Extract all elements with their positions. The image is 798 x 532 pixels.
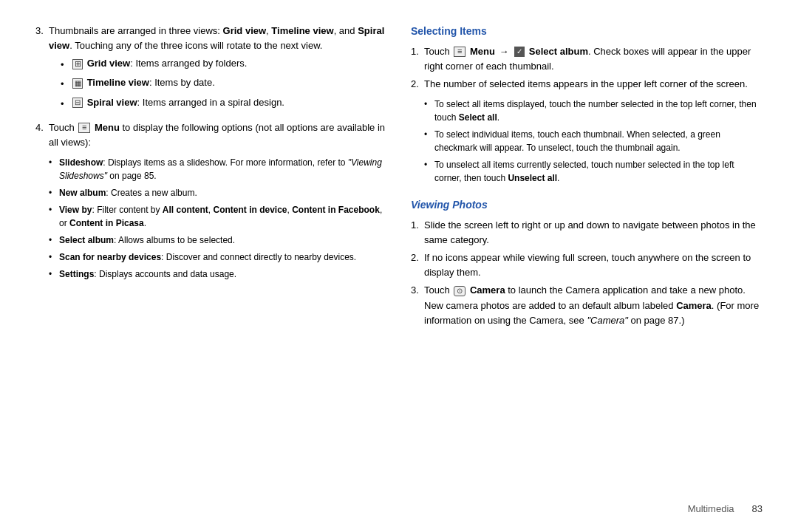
viewing-photos-section: Viewing Photos 1. Slide the screen left … — [411, 197, 763, 328]
grid-view-item: • Grid view: Items arranged by folders. — [61, 56, 387, 72]
spiral-view-item: • Spiral view: Items arranged in a spira… — [61, 95, 387, 112]
spiral-icon — [72, 98, 83, 108]
item-3-content: Thumbnails are arranged in three views: … — [49, 24, 387, 115]
sub-bullet-dot: • — [424, 98, 430, 111]
select-album-text: Select album: Allows albums to be select… — [59, 233, 235, 247]
view-by-label: View by — [59, 205, 92, 215]
select-all-text: To select all items displayed, touch the… — [434, 98, 763, 124]
selecting-items-title: Selecting Items — [411, 24, 763, 40]
sub-bullet-dot: • — [49, 186, 55, 200]
bullet-dot: • — [61, 97, 66, 112]
new-album-item: • New album: Creates a new album. — [49, 186, 387, 200]
grid-view-label: Grid view — [87, 58, 131, 69]
scan-devices-item: • Scan for nearby devices: Discover and … — [49, 250, 387, 264]
select-all-label: Select all — [459, 112, 497, 123]
selecting-items-section: Selecting Items 1. Touch Menu → Select a… — [411, 24, 763, 188]
viewing-item-1-content: Slide the screen left to right or up and… — [424, 218, 763, 248]
content-area: 3. Thumbnails are arranged in three view… — [35, 24, 763, 494]
sub-bullet-dot: • — [49, 267, 55, 281]
selecting-item-2-content: The number of selected items appears in … — [424, 77, 763, 188]
slideshow-link: "Viewing Slideshows" — [59, 157, 382, 181]
select-album-label: Select album — [59, 235, 114, 245]
sub-bullet-dot: • — [424, 158, 430, 171]
timeline-icon — [72, 78, 83, 89]
viewing-item-3-number: 3. — [411, 283, 421, 327]
spiral-view-text: Spiral view: Items arranged in a spiral … — [71, 95, 284, 110]
settings-item: • Settings: Displays accounts and data u… — [49, 267, 387, 281]
select-album-item: • Select album: Allows albums to be sele… — [49, 233, 387, 247]
timeline-view-label: Timeline view — [87, 77, 149, 88]
viewing-photos-title: Viewing Photos — [411, 197, 763, 214]
new-album-label: New album — [59, 188, 106, 198]
view-type-list: • Grid view: Items arranged by folders. … — [61, 56, 387, 111]
sub-bullet-dot: • — [49, 233, 55, 247]
viewing-item-3: 3. Touch Camera to launch the Camera app… — [411, 283, 763, 327]
content-in-device-label: Content in device — [214, 205, 287, 215]
bullet-dot: • — [61, 58, 66, 72]
footer-page-number: 83 — [752, 503, 763, 514]
settings-label: Settings — [59, 269, 94, 279]
camera-icon — [454, 286, 466, 296]
menu-icon — [78, 123, 90, 133]
selecting-item-1-number: 1. — [411, 44, 421, 74]
timeline-view-item: • Timeline view: Items by date. — [61, 75, 387, 92]
sub-bullet-dot: • — [424, 128, 430, 141]
check-icon — [514, 47, 525, 57]
select-individual-text: To select individual items, touch each t… — [434, 128, 763, 154]
selecting-item-1-content: Touch Menu → Select album. Check boxes w… — [424, 44, 763, 74]
camera-album-label: Camera — [676, 300, 712, 311]
spiral-view-label: Spiral view — [87, 97, 137, 108]
footer: Multimedia 83 — [35, 494, 763, 514]
scan-devices-label: Scan for nearby devices — [59, 252, 161, 262]
item-3: 3. Thumbnails are arranged in three view… — [35, 24, 387, 115]
grid-icon — [72, 59, 83, 69]
selecting-item-2-number: 2. — [411, 77, 421, 188]
select-album-label-right: Select album — [529, 46, 588, 57]
view-by-item: • View by: Filter content by All content… — [49, 203, 387, 230]
menu-icon-right — [454, 47, 466, 57]
viewing-item-3-content: Touch Camera to launch the Camera applic… — [424, 283, 763, 327]
slideshow-label: Slideshow — [59, 157, 103, 168]
all-content-label: All content — [163, 205, 208, 215]
new-album-text: New album: Creates a new album. — [59, 186, 197, 200]
menu-label: Menu — [95, 122, 120, 133]
select-all-item: • To select all items displayed, touch t… — [424, 98, 763, 124]
footer-section: Multimedia — [688, 503, 734, 514]
selecting-item-1: 1. Touch Menu → Select album. Check boxe… — [411, 44, 763, 74]
unselect-all-label: Unselect all — [508, 173, 557, 183]
item-3-number: 3. — [35, 24, 46, 115]
unselect-all-text: To unselect all items currently selected… — [434, 158, 763, 185]
camera-label: Camera — [470, 284, 505, 296]
settings-text: Settings: Displays accounts and data usa… — [59, 267, 236, 281]
sub-bullet-dot: • — [49, 250, 55, 264]
slideshow-item: • Slideshow: Displays items as a slidesh… — [49, 156, 387, 183]
left-column: 3. Thumbnails are arranged in three view… — [35, 24, 387, 494]
selecting-item-2: 2. The number of selected items appears … — [411, 77, 763, 188]
right-column: Selecting Items 1. Touch Menu → Select a… — [411, 24, 763, 494]
grid-view-text: Grid view: Items arranged by folders. — [71, 56, 247, 71]
bullet-dot: • — [61, 77, 66, 92]
scan-devices-text: Scan for nearby devices: Discover and co… — [59, 250, 356, 264]
menu-label-right: Menu — [470, 46, 495, 57]
arrow-icon: → — [499, 46, 509, 57]
grid-view-bold: Grid view — [223, 25, 267, 36]
viewing-item-1-number: 1. — [411, 218, 421, 248]
select-individual-item: • To select individual items, touch each… — [424, 128, 763, 154]
viewing-item-2-content: If no icons appear while viewing full sc… — [424, 250, 763, 280]
camera-link: "Camera" — [587, 315, 627, 326]
viewing-item-2: 2. If no icons appear while viewing full… — [411, 250, 763, 280]
slideshow-text: Slideshow: Displays items as a slideshow… — [59, 156, 387, 183]
unselect-all-item: • To unselect all items currently select… — [424, 158, 763, 185]
selecting-sub-list: • To select all items displayed, touch t… — [424, 98, 763, 185]
viewing-item-1: 1. Slide the screen left to right or up … — [411, 218, 763, 248]
sub-bullet-dot: • — [49, 156, 55, 169]
viewing-item-2-number: 2. — [411, 250, 421, 280]
item-4-content: Touch Menu to display the following opti… — [49, 120, 387, 284]
content-in-picasa-label: Content in Picasa — [69, 218, 144, 228]
content-in-facebook-label: Content in Facebook — [292, 205, 380, 215]
timeline-view-text: Timeline view: Items by date. — [71, 75, 215, 90]
sub-bullet-dot: • — [49, 203, 55, 216]
item-4-number: 4. — [35, 120, 46, 284]
view-by-text: View by: Filter content by All content, … — [59, 203, 387, 230]
timeline-view-bold: Timeline view — [271, 25, 333, 36]
